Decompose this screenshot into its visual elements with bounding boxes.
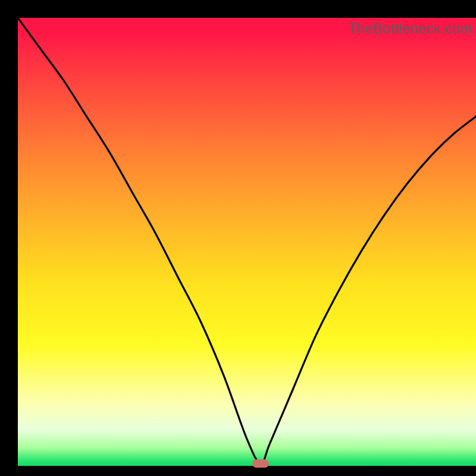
watermark-text: TheBottleneck.com bbox=[348, 20, 472, 37]
chart-frame: TheBottleneck.com bbox=[0, 0, 476, 476]
chart-plot-area: TheBottleneck.com bbox=[18, 18, 476, 466]
min-marker bbox=[252, 459, 269, 468]
bottleneck-curve bbox=[18, 18, 476, 466]
